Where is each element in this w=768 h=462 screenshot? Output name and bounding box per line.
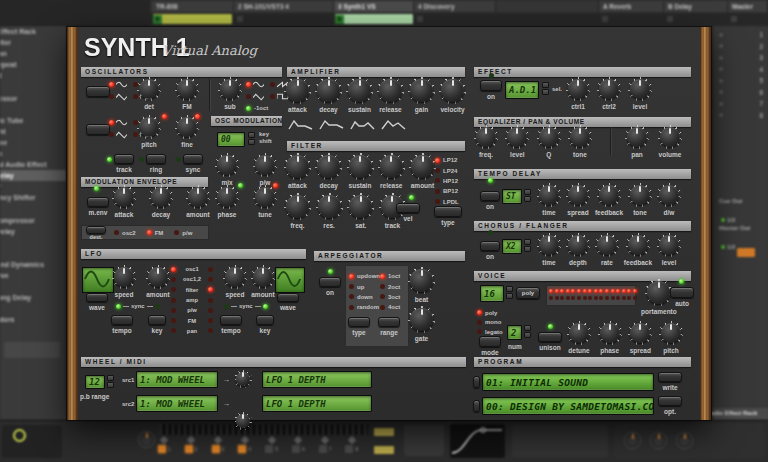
sustain-knob[interactable] <box>347 153 374 180</box>
track-header-2[interactable]: 2 SH-101/VST3 4 <box>234 1 334 12</box>
d-w-knob[interactable] <box>657 183 681 207</box>
spread-knob[interactable] <box>628 321 652 345</box>
step-1[interactable]: 1 <box>158 437 171 453</box>
program-prev-button[interactable] <box>473 376 480 388</box>
tone-knob[interactable] <box>628 183 652 207</box>
step-button[interactable] <box>319 445 327 453</box>
up-option[interactable]: up <box>349 281 380 291</box>
sustain-knob[interactable] <box>346 77 373 104</box>
step-5[interactable]: 5 <box>265 437 278 453</box>
freq-knob[interactable] <box>284 193 311 220</box>
browser-item-audio-effect-rack[interactable]: Audio Effect Rack <box>0 26 66 37</box>
sub-knob[interactable] <box>218 77 242 101</box>
sine-wave-option[interactable] <box>109 80 127 89</box>
scene-slot-1[interactable]: 1 <box>713 29 768 41</box>
step-7[interactable]: 7 <box>319 437 332 453</box>
clip-stop-button[interactable] <box>417 16 423 22</box>
gain-knob[interactable] <box>408 77 435 104</box>
browser-item-limiter[interactable]: Limiter <box>0 237 66 248</box>
tone-knob[interactable] <box>568 125 592 149</box>
poly-button[interactable]: poly <box>516 287 540 299</box>
det-knob[interactable] <box>137 77 161 101</box>
program-info-display[interactable]: 00: DESIGN BY SAMDETOMASI.COM <box>482 397 654 415</box>
browser-item-dynamic-tube[interactable]: Dynamic Tube <box>0 115 66 126</box>
browser-item-external-audio-effect[interactable]: External Audio Effect <box>0 159 66 170</box>
master-out-value[interactable]: 1/2 <box>727 244 735 250</box>
browser-item-gate[interactable]: Gate <box>0 204 66 215</box>
device-knob[interactable] <box>676 432 693 449</box>
program-name-display[interactable]: 01: INITIAL SOUND <box>482 373 654 391</box>
master-track-header[interactable]: Master <box>728 1 768 12</box>
sub-octave-row[interactable]: -1oct <box>246 105 268 111</box>
time-knob[interactable] <box>537 233 561 257</box>
sine-wave-option[interactable] <box>246 80 264 89</box>
lfo-dest-fm[interactable]: FM <box>171 315 213 325</box>
return-track-a[interactable]: A Reverb <box>599 1 664 12</box>
decay-knob[interactable] <box>315 77 342 104</box>
clip-tr808[interactable] <box>153 14 232 24</box>
step-2[interactable]: 2 <box>185 437 198 453</box>
effect-type-display[interactable]: A.D.1 <box>505 81 539 99</box>
mod-env-button[interactable] <box>87 197 109 207</box>
depth-knob[interactable] <box>566 233 590 257</box>
amount-knob[interactable] <box>186 185 210 209</box>
osc-mod-stepper[interactable] <box>248 132 255 145</box>
step-button[interactable] <box>292 445 300 453</box>
program-next-button[interactable] <box>473 400 480 412</box>
scene-slot-5[interactable]: 5 <box>713 75 768 87</box>
decay-knob[interactable] <box>315 153 342 180</box>
delay-stepper[interactable] <box>524 189 531 202</box>
num-stepper[interactable] <box>524 325 531 338</box>
updown-option[interactable]: updown <box>349 271 380 281</box>
src1-amount-knob[interactable] <box>234 370 252 388</box>
tune-knob[interactable] <box>253 185 277 209</box>
pitch-knob[interactable] <box>659 321 683 345</box>
browser-item-phaser[interactable]: Phaser <box>0 281 66 292</box>
effect-sel-stepper[interactable] <box>542 82 549 95</box>
mix-knob[interactable] <box>215 153 239 177</box>
p-w-knob[interactable] <box>253 153 277 177</box>
browser-item-resonators[interactable]: Resonators <box>0 314 66 325</box>
lfo1-key-button[interactable] <box>148 315 166 325</box>
osc1-select-button[interactable] <box>86 86 110 97</box>
clip-stop-button[interactable] <box>237 16 243 22</box>
track-header-4[interactable]: 4 Discovery <box>414 1 496 12</box>
arp-type-button[interactable] <box>348 317 370 327</box>
browser-item-reverb[interactable]: Reverb <box>0 326 66 337</box>
random-option[interactable]: random <box>349 302 380 312</box>
lfo2-key-button[interactable] <box>256 315 274 325</box>
p-w-option[interactable]: p/w <box>174 230 192 236</box>
poly-count-display[interactable]: 16 <box>480 285 504 302</box>
pitchbend-stepper[interactable] <box>107 375 114 388</box>
osc2-option[interactable]: osc2 <box>114 230 136 236</box>
clip-stop-button[interactable] <box>731 16 737 22</box>
pitch-knob[interactable] <box>137 115 161 139</box>
lfo-dest-amp[interactable]: amp <box>171 295 213 305</box>
triangle-wave-option[interactable] <box>246 92 264 101</box>
delay-on-button[interactable] <box>480 191 500 201</box>
browser-item-compressor[interactable]: Compressor <box>0 93 66 104</box>
auto-button[interactable] <box>670 287 694 298</box>
browser-item-auto-pan[interactable]: Auto Pan <box>0 48 66 59</box>
amount-knob[interactable] <box>251 265 275 289</box>
fm-knob[interactable] <box>175 77 199 101</box>
spread-knob[interactable] <box>566 183 590 207</box>
ring-button[interactable] <box>146 154 166 164</box>
release-knob[interactable] <box>378 153 405 180</box>
step-3[interactable]: 3 <box>212 437 225 453</box>
level-knob[interactable] <box>657 233 681 257</box>
triangle-wave-option[interactable] <box>109 130 127 139</box>
q-knob[interactable] <box>537 125 561 149</box>
lfo-dest-pan[interactable]: pan <box>171 326 213 336</box>
track-header-1[interactable]: TR-808 <box>152 1 234 12</box>
down-option[interactable]: down <box>349 292 380 302</box>
decay-knob[interactable] <box>149 185 173 209</box>
browser-item-eq-three[interactable]: EQ Three <box>0 137 66 148</box>
step-8[interactable]: 8 <box>345 437 358 453</box>
browser-item-glue-compressor[interactable]: Glue Compressor <box>0 215 66 226</box>
3oct-option[interactable]: 3oct <box>380 292 400 302</box>
lfo-dest-osc1-2[interactable]: osc1,2 <box>171 274 213 284</box>
mono-option[interactable]: mono <box>477 318 503 328</box>
amount-knob[interactable] <box>409 153 436 180</box>
clip-synth1[interactable] <box>335 14 413 24</box>
